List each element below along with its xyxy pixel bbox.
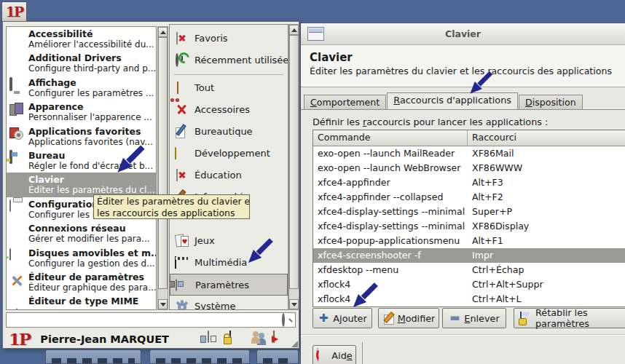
plus-icon: ✚ <box>318 312 329 324</box>
settings-icon <box>176 278 190 293</box>
table-header: Commande Raccourci <box>313 130 625 146</box>
category-education[interactable]: Éducation <box>170 165 288 186</box>
missing-image-icon <box>175 168 189 183</box>
annotation-arrow-parametres <box>245 236 275 266</box>
table-row[interactable]: xfce4-display-settings --minimalXF86Disp… <box>313 219 625 234</box>
shortcuts-label: Définir les raccourcis pour lancer les a… <box>312 116 548 127</box>
display-icon <box>9 79 25 96</box>
settings-scrollbar[interactable] <box>157 26 168 310</box>
remove-button[interactable]: ▬ Enlever <box>442 308 506 328</box>
annotation-arrow-clavier <box>114 143 147 176</box>
clapperboard-icon <box>175 256 189 270</box>
table-row[interactable]: exo-open --launch MailReaderXF86Mail <box>313 146 625 161</box>
annotation-arrow-ajouter <box>348 280 382 311</box>
search-icon <box>282 314 293 325</box>
list-item-disques-amovibles[interactable]: Disques amovibles et m... Configurer la … <box>7 246 156 270</box>
tab-disposition[interactable]: Disposition <box>519 95 583 110</box>
cards-icon: ♥ <box>175 234 189 248</box>
category-accessoires[interactable]: Accessoires <box>170 99 288 121</box>
panel-preferences-icon[interactable] <box>208 331 223 347</box>
list-item-apparence[interactable]: Apparence Personnaliser l'apparence ... <box>7 100 156 124</box>
taskbar-button[interactable] <box>149 349 250 364</box>
printer-icon <box>9 200 25 218</box>
list-item-clavier-selected[interactable]: Clavier Éditer les paramètres du cl... <box>7 173 156 197</box>
dialog-titlebar[interactable]: Clavier <box>301 23 625 45</box>
scroll-up-icon[interactable] <box>289 25 299 35</box>
missing-image-icon <box>175 31 189 46</box>
favorite-apps-icon <box>9 127 25 145</box>
notebook-edge <box>301 109 625 110</box>
table-row[interactable]: xfce4-appfinder --collapsedAlt+F2 <box>313 190 625 205</box>
tools-icon <box>9 273 25 290</box>
category-bureautique[interactable]: Bureautique <box>170 121 288 143</box>
tab-comportement[interactable]: Comportement <box>304 95 386 110</box>
panel-launcher-button[interactable]: 1P <box>1 1 27 22</box>
lock-screen-icon[interactable] <box>229 331 245 347</box>
resize-grip[interactable] <box>291 341 298 347</box>
taskbar-button[interactable] <box>45 349 141 364</box>
table-row-selected[interactable]: xfce4-screenshooter -fImpr <box>313 248 625 263</box>
window-icon <box>307 27 324 41</box>
scrollbar-thumb[interactable] <box>158 37 168 289</box>
user-name: Pierre-Jean MARQUET <box>40 333 169 345</box>
desktop: { "colors": { "desktop_bg": "#4d6693", "… <box>0 0 625 364</box>
office-icon <box>175 124 189 139</box>
scrollbar-thumb[interactable] <box>289 35 299 289</box>
mime-icon <box>9 297 25 310</box>
statusbar: 1P Pierre-Jean MARQUET <box>3 330 299 348</box>
list-item-additional-drivers[interactable]: Additional Drivers Configure third-party… <box>7 51 156 75</box>
logout-icon[interactable] <box>273 331 288 347</box>
search-input[interactable] <box>6 312 296 328</box>
scissors-icon <box>175 103 189 117</box>
category-recemment-utilisees[interactable]: Récemment utilisées <box>170 50 288 71</box>
tab-raccourcis-applications[interactable]: Raccourcis d'applications <box>387 92 518 110</box>
list-item-connexions-reseau[interactable]: Connexions réseau Gérer et modifier les … <box>7 221 156 245</box>
category-tout[interactable]: Tout <box>170 77 288 99</box>
add-button[interactable]: ✚ Ajouter <box>312 308 372 328</box>
accessibility-icon <box>9 30 25 47</box>
column-raccourci[interactable]: Raccourci <box>468 130 625 146</box>
minus-icon: ▬ <box>449 312 460 324</box>
scroll-down-icon[interactable] <box>158 299 168 309</box>
table-row[interactable]: exo-open --launch WebBrowserXF86WWW <box>313 161 625 175</box>
switch-user-icon[interactable] <box>251 331 267 347</box>
scroll-up-icon[interactable] <box>158 27 168 37</box>
page-title: Clavier <box>310 51 625 64</box>
table-row[interactable]: xfce4-popup-applicationsmenuAlt+F1 <box>313 234 625 248</box>
column-commande[interactable]: Commande <box>313 130 468 146</box>
reset-settings-button[interactable]: Rétablir les paramètres <box>514 308 625 328</box>
appfinder-window: Accessibilité Améliorer l'accessibilité … <box>2 21 299 349</box>
app-logo: 1P <box>6 4 23 20</box>
list-item-accessibilite[interactable]: Accessibilité Améliorer l'accessibilité … <box>7 27 156 51</box>
category-systeme[interactable]: Système <box>170 296 288 310</box>
help-button[interactable]: Aide <box>312 345 356 364</box>
table-row[interactable]: xfce4-display-settings --minimalSuper+P <box>313 205 625 219</box>
table-row[interactable]: xfce4-appfinderAlt+F3 <box>313 175 625 190</box>
taskbar-button[interactable] <box>256 349 299 364</box>
list-item-affichage[interactable]: Affichage Configurer les paramètres ... <box>7 76 156 100</box>
window-title: Clavier <box>445 28 481 39</box>
drive-icon <box>9 249 25 266</box>
lifebuoy-icon <box>316 349 328 361</box>
keyboard-dialog: Clavier Clavier Éditer les paramètres du… <box>300 23 625 364</box>
dialog-header: Clavier Éditer les paramètres du clavier… <box>301 45 625 87</box>
modify-button[interactable]: Modifier <box>378 308 439 328</box>
category-favoris[interactable]: Favoris <box>170 28 288 50</box>
category-scrollbar[interactable] <box>288 24 299 310</box>
list-item-editeur-parametres[interactable]: Éditeur de paramètres Éditeur graphique … <box>7 270 156 294</box>
list-item-editeur-mime[interactable]: Éditeur de type MIME <box>7 294 156 310</box>
dialog-separator <box>301 334 625 336</box>
tooltip: Éditer les paramètres du clavier et les … <box>93 194 250 219</box>
app-logo: 1P <box>9 329 30 349</box>
category-separator <box>170 71 288 77</box>
diamond-icon <box>175 81 189 95</box>
footer-divider <box>362 342 363 364</box>
category-parametres-selected[interactable]: Paramètres <box>170 274 288 296</box>
category-developpement[interactable]: Développement <box>170 143 288 165</box>
table-row[interactable]: xfdesktop --menuCtrl+Échap <box>313 263 625 277</box>
pencil-icon <box>382 312 394 324</box>
scroll-down-icon[interactable] <box>289 299 299 309</box>
annotation-arrow-tab <box>465 69 497 97</box>
tab-bar: Comportement Raccourcis d'applications D… <box>304 92 583 110</box>
desktop-icon <box>9 151 25 169</box>
